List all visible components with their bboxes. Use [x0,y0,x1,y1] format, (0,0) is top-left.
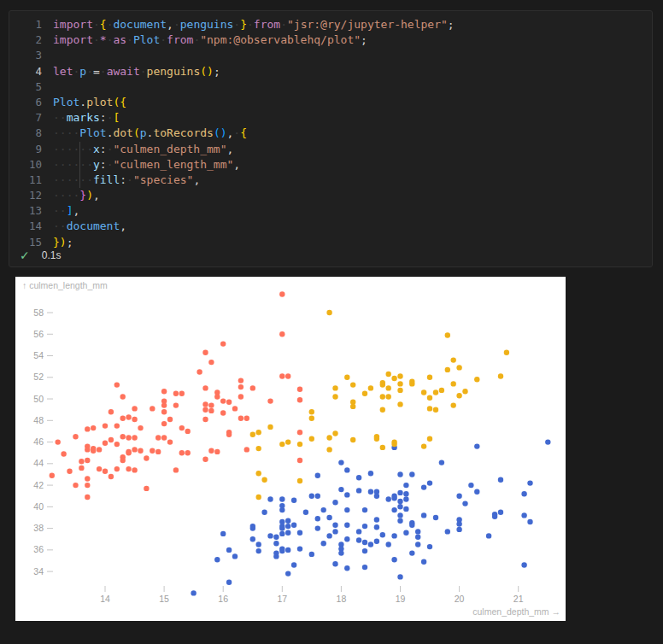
data-point [386,542,391,547]
data-point [220,531,226,536]
y-tick-label: 56 [33,329,44,339]
data-point [344,467,349,472]
data-point [421,443,426,448]
data-point [167,439,173,444]
code-token: { [240,126,247,139]
y-tick-label: 48 [33,415,44,425]
data-point [439,388,444,393]
code-token: . [79,96,86,108]
code-token: , [120,220,126,232]
x-tick-label: 18 [337,594,347,604]
data-point [150,406,155,411]
data-point [297,478,302,483]
data-point [386,394,391,399]
y-tick-label: 52 [33,372,44,382]
data-point [120,416,126,421]
data-point [238,394,243,399]
code-token: plot [86,96,113,108]
whitespace-dot: · [247,18,254,31]
code-editor[interactable]: 1import·{·document,·penguins·}·from·"jsr… [9,11,652,250]
y-tick-label: 34 [33,566,44,577]
data-point [427,406,432,411]
data-point [427,480,432,485]
data-point [362,391,367,396]
data-point [220,398,226,403]
code-token: import [53,33,93,46]
data-point [486,533,491,538]
whitespace-dot: · [126,173,133,186]
code-line: 3 [9,48,652,63]
data-point [144,486,149,491]
cell-execution-status: ✓ 0.1s [20,249,61,262]
data-point [344,507,349,512]
data-point [279,507,285,512]
code-line: 10······y:·"culmen_length_mm", [9,157,652,173]
whitespace-dot: · [100,65,107,78]
data-point [267,496,273,501]
line-number: 6 [9,95,42,110]
data-point [126,435,131,440]
data-point [309,409,314,414]
data-point [173,467,179,472]
data-point [391,557,396,562]
data-point [368,489,373,495]
data-point [279,525,285,530]
code-token: dot [113,126,132,139]
data-point [374,539,379,544]
data-point [338,550,343,555]
data-point [67,469,72,474]
data-point [380,382,385,387]
code-token: , [73,204,79,217]
data-point [326,447,332,452]
data-point [397,512,402,518]
data-point [279,373,285,378]
code-token: } [79,189,86,202]
code-line: 5 [9,79,652,95]
data-point [250,432,255,437]
code-token: ) [86,189,93,202]
data-point [397,518,402,524]
data-point [297,430,302,435]
indent-guide [79,173,80,188]
data-point [91,448,96,454]
data-point [427,436,432,442]
data-point [386,372,391,377]
data-point [527,480,532,485]
data-point [397,504,402,509]
code-line: 2import·*·as·Plot·from·"npm:@observableh… [9,32,652,48]
data-point [114,466,120,471]
code-token: : [100,143,107,155]
code-token: : [100,158,107,171]
data-point [208,402,214,407]
code-token: p [79,65,86,78]
code-token: } [53,236,60,249]
y-tick-label: 42 [33,480,44,490]
data-point [309,436,314,442]
data-point [356,537,361,542]
data-point [403,491,408,496]
data-point [374,436,379,442]
data-point [285,530,290,536]
data-point [344,375,349,380]
code-token: document [67,220,120,232]
code-token: ( [133,126,140,139]
data-point [474,489,479,495]
data-point [185,429,191,434]
data-point [433,515,438,520]
data-point [202,401,208,407]
y-tick-label: 54 [33,350,44,360]
data-point [468,483,473,488]
x-tick-label: 21 [513,594,524,604]
code-token: ( [200,65,207,78]
data-point [332,394,337,399]
data-point [79,465,84,471]
code-token: Plot [53,96,79,108]
data-point [456,527,461,532]
whitespace-dot: · [280,18,287,31]
line-number: 2 [9,32,42,48]
data-point [297,530,302,536]
y-tick-label: 50 [33,394,44,404]
data-point [368,385,373,390]
x-axis-title: culmen_depth_mm → [472,606,560,617]
data-point [126,414,131,419]
